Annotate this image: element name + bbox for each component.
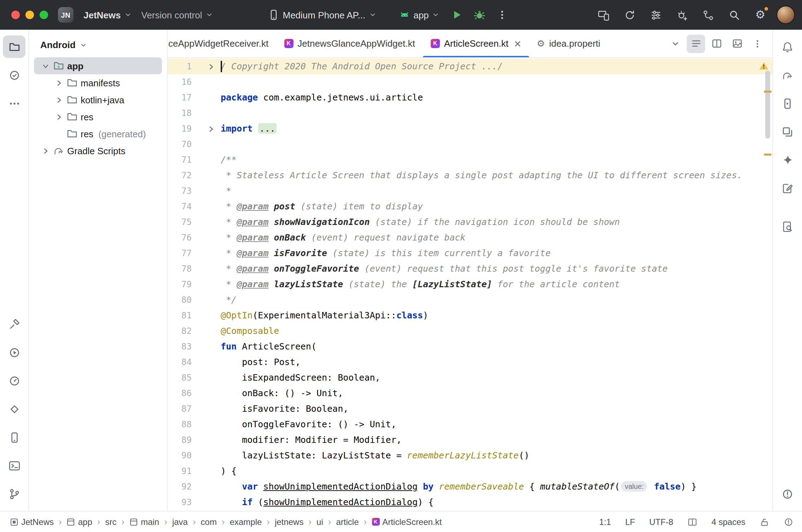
gradle-tool-button[interactable] [776,64,799,86]
app-quality-insights-tool-button[interactable] [776,215,799,238]
code-line-75[interactable]: 75 * @param showNavigationIcon (state) i… [168,214,772,230]
code-line-71[interactable]: 71/** [168,152,772,168]
code-line-90[interactable]: 90 lazyListState: LazyListState = rememb… [168,448,772,463]
code-line-77[interactable]: 77 * @param isFavorite (state) is this i… [168,245,772,261]
editor-scrollbar[interactable] [765,71,770,139]
reader-mode-icon[interactable] [687,517,697,527]
build-tool-button[interactable] [3,313,25,335]
code-line-81[interactable]: 81@OptIn(ExperimentalMaterial3Api::class… [168,308,772,323]
editor-tab-jetnewsglanceappwidget-kt[interactable]: KJetnewsGlanceAppWidget.kt [276,30,423,57]
fold-region-icon[interactable] [192,121,221,137]
inlay-hint[interactable]: value: [621,481,647,492]
code-line-17[interactable]: 17package com.example.jetnews.ui.article [168,90,772,105]
code-line-91[interactable]: 91) { [168,463,772,479]
tree-item-kotlin-java[interactable]: kotlin+java [34,91,162,108]
device-manager-tool-button[interactable] [3,426,25,449]
code-line-92[interactable]: 92 var showUnimplementedActionDialog by … [168,479,772,495]
code-line-74[interactable]: 74 * @param post (state) item to display [168,199,772,214]
fullscreen-window-button[interactable] [40,11,48,19]
breadcrumb-src[interactable]: src [105,517,116,527]
tree-item-res[interactable]: res [34,108,162,125]
breadcrumb-jetnews[interactable]: jetnews [275,517,303,527]
code-editor[interactable]: 1/ Copyright 2020 The Android Open Sourc… [168,58,772,511]
code-line-79[interactable]: 79 * @param lazyListState (state) the [L… [168,277,772,292]
live-edit-tool-button[interactable] [776,177,799,200]
device-selector[interactable]: Medium Phone AP... [263,6,381,23]
search-everywhere-icon[interactable] [724,5,744,25]
fold-region-icon[interactable] [192,59,221,74]
warning-stripe-mark[interactable] [764,154,772,156]
split-view-button[interactable] [707,34,726,53]
problems-indicator-icon[interactable] [776,482,799,505]
code-line-83[interactable]: 83fun ArticleScreen( [168,339,772,354]
code-line-78[interactable]: 78 * @param onToggleFavorite (event) req… [168,261,772,277]
terminal-tool-button[interactable] [3,454,25,477]
code-line-16[interactable]: 16 [168,74,772,90]
minimize-window-button[interactable] [25,11,34,19]
tree-item-res-generated[interactable]: res(generated) [34,125,162,142]
encoding-widget[interactable]: UTF-8 [649,517,673,527]
vcs-widget[interactable]: Version control [136,7,218,23]
code-line-19[interactable]: 19import ... [168,121,772,137]
warning-stripe-mark[interactable] [764,91,772,93]
attach-debugger-icon[interactable] [672,5,692,25]
code-line-80[interactable]: 80 */ [168,292,772,308]
line-separator-widget[interactable]: LF [625,517,635,527]
editor-tab-ceappwidgetreceiver-kt[interactable]: ceAppWidgetReceiver.kt [168,30,276,57]
editor-more-kebab[interactable] [748,34,767,53]
gemini-tool-button[interactable] [776,149,799,171]
write-access-lock-icon[interactable] [760,517,769,527]
version-control-tool-button[interactable] [3,482,25,505]
chevron-down-icon[interactable] [41,63,50,69]
more-actions-kebab[interactable] [493,5,512,25]
breadcrumb-ui[interactable]: ui [316,517,323,527]
breadcrumb-example[interactable]: example [230,517,262,527]
project-widget[interactable]: JetNews [79,7,136,23]
chevron-right-icon[interactable] [41,148,50,154]
run-tool-button[interactable] [3,341,25,364]
tab-list-chevron-icon[interactable] [666,34,685,53]
close-window-button[interactable] [11,11,20,19]
breadcrumb-app[interactable]: app [67,517,92,527]
project-tool-button[interactable] [3,35,25,58]
chevron-right-icon[interactable] [54,114,64,120]
code-line-18[interactable]: 18 [168,105,772,121]
code-line-86[interactable]: 86 onBack: () -> Unit, [168,386,772,401]
app-inspection-tool-button[interactable] [3,398,25,420]
build-variants-filter-icon[interactable] [646,5,666,25]
breadcrumb-articlescreen-kt[interactable]: KArticleScreen.kt [372,517,442,527]
breadcrumb-com[interactable]: com [201,517,217,527]
code-line-70[interactable]: 70 [168,137,772,152]
code-line-89[interactable]: 89 modifier: Modifier = Modifier, [168,432,772,448]
breadcrumb-main[interactable]: main [129,517,159,527]
breadcrumb-jetnews[interactable]: JetNews [10,517,54,527]
editor-tab-articlescreen-kt[interactable]: KArticleScreen.kt [423,30,529,57]
code-line-1[interactable]: 1/ Copyright 2020 The Android Open Sourc… [168,59,772,74]
sync-project-icon[interactable] [620,5,639,25]
device-mirroring-icon[interactable] [593,5,613,25]
notifications-bell-icon[interactable] [776,35,799,58]
chevron-right-icon[interactable] [54,97,64,103]
breadcrumb-java[interactable]: java [172,517,188,527]
profiler-tool-button[interactable] [3,369,25,392]
code-line-85[interactable]: 85 isExpandedScreen: Boolean, [168,370,772,386]
editor-tab-idea-properti[interactable]: ⚙idea.properti [529,30,608,57]
run-button[interactable] [447,5,467,25]
commit-tool-button[interactable] [3,64,25,86]
running-devices-tool-button[interactable] [776,92,799,115]
code-line-72[interactable]: 72 * Stateless Article Screen that displ… [168,168,772,183]
code-line-76[interactable]: 76 * @param onBack (event) request navig… [168,230,772,245]
settings-gear-icon[interactable]: ⚙ [750,5,770,25]
more-tool-windows-button[interactable] [3,92,25,115]
chevron-right-icon[interactable] [54,80,64,86]
code-with-me-icon[interactable] [698,5,718,25]
code-line-93[interactable]: 93 if (showUnimplementedActionDialog) { [168,495,772,510]
tree-item-gradle-scripts[interactable]: Gradle Scripts [34,142,162,159]
close-tab-icon[interactable] [514,40,521,47]
code-line-82[interactable]: 82@Composable [168,323,772,339]
tree-item-manifests[interactable]: manifests [34,74,162,91]
user-avatar[interactable] [777,6,795,24]
run-configuration-selector[interactable]: app [394,6,444,23]
tree-item-app[interactable]: app [34,57,162,74]
code-line-84[interactable]: 84 post: Post, [168,354,772,370]
